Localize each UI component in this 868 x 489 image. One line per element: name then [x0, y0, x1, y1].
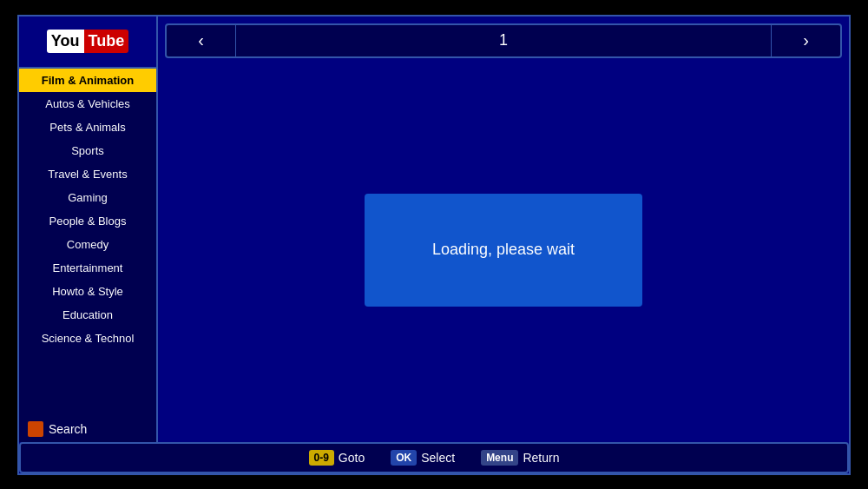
category-item[interactable]: Gaming [19, 186, 156, 209]
next-button[interactable]: › [771, 25, 840, 56]
category-item[interactable]: Sports [19, 139, 156, 162]
category-item[interactable]: People & Blogs [19, 209, 156, 233]
select-item: OK Select [391, 450, 455, 466]
category-item[interactable]: Entertainment [19, 256, 156, 280]
logo-tube: Tube [84, 30, 129, 53]
goto-item: 0-9 Goto [309, 450, 365, 466]
content-area: ‹ 1 › Loading, please wait [158, 17, 849, 442]
search-item[interactable]: Search [19, 416, 156, 442]
category-item[interactable]: Comedy [19, 233, 156, 256]
screen: You Tube Film & AnimationAutos & Vehicle… [17, 15, 851, 475]
search-label: Search [49, 422, 87, 436]
prev-button[interactable]: ‹ [167, 25, 236, 56]
return-label: Return [523, 451, 559, 465]
loading-box: Loading, please wait [365, 194, 642, 307]
category-item[interactable]: Science & Technol [19, 327, 156, 350]
loading-text: Loading, please wait [432, 241, 575, 259]
category-item[interactable]: Autos & Vehicles [19, 92, 156, 116]
return-badge: Menu [481, 450, 518, 466]
category-item[interactable]: Howto & Style [19, 280, 156, 303]
goto-badge: 0-9 [309, 450, 334, 466]
youtube-logo: You Tube [19, 17, 156, 69]
page-number: 1 [236, 31, 771, 50]
category-item[interactable]: Travel & Events [19, 162, 156, 186]
bottom-bar: 0-9 Goto OK Select Menu Return [19, 442, 849, 473]
goto-label: Goto [339, 451, 365, 465]
category-item[interactable]: Pets & Animals [19, 116, 156, 139]
sidebar: You Tube Film & AnimationAutos & Vehicle… [19, 17, 158, 442]
search-icon [28, 421, 43, 437]
nav-bar: ‹ 1 › [165, 23, 842, 58]
category-item[interactable]: Education [19, 303, 156, 327]
logo-box: You Tube [47, 30, 128, 53]
main-area: You Tube Film & AnimationAutos & Vehicle… [19, 17, 849, 442]
select-badge: OK [391, 450, 417, 466]
return-item: Menu Return [481, 450, 559, 466]
select-label: Select [421, 451, 455, 465]
category-item[interactable]: Film & Animation [19, 69, 156, 92]
logo-you: You [47, 30, 84, 53]
loading-container: Loading, please wait [165, 65, 842, 435]
category-list: Film & AnimationAutos & VehiclesPets & A… [19, 69, 156, 416]
